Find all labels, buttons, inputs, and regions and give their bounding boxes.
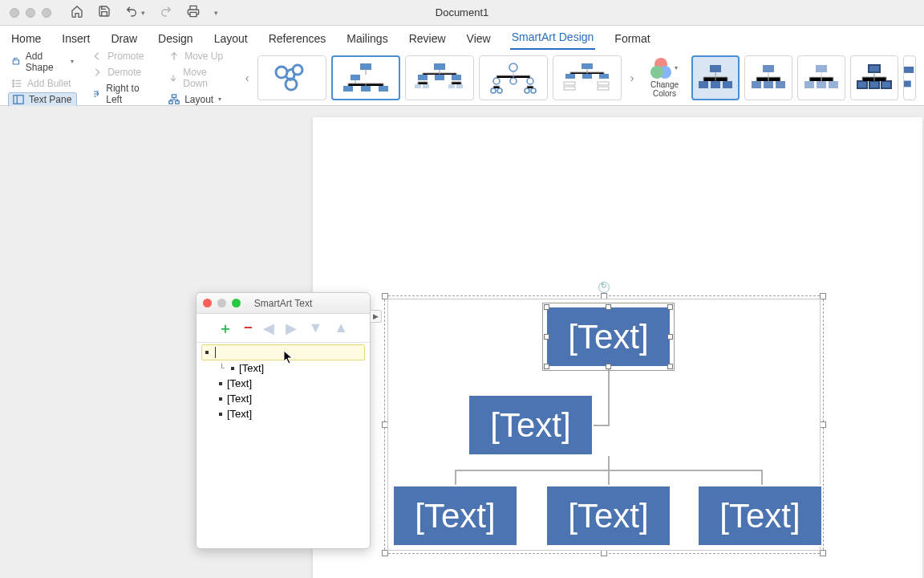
panel-item-2[interactable]: [Text] <box>201 376 365 391</box>
undo-icon[interactable] <box>125 5 138 21</box>
text-pane-toggle[interactable]: Text Pane <box>8 92 77 107</box>
smartart-container[interactable]: [Text] [Text] [Text] [Text] [Text] <box>387 299 821 551</box>
undo-chevron-icon[interactable]: ▾ <box>141 9 145 17</box>
titlebar: ▾ ▾ Document1 <box>0 0 924 26</box>
node-selection <box>542 303 675 371</box>
tab-draw[interactable]: Draw <box>109 29 139 50</box>
shape-handle[interactable] <box>606 304 611 310</box>
node-b1[interactable]: [Text] <box>392 485 518 547</box>
panel-item-text: [Text] <box>227 408 252 420</box>
svg-rect-55 <box>881 81 891 88</box>
tab-layout[interactable]: Layout <box>213 29 249 50</box>
node-b3[interactable]: [Text] <box>697 485 823 547</box>
style-option-3[interactable] <box>797 55 845 100</box>
panel-item-1[interactable]: └ [Text] <box>201 360 365 376</box>
panel-add-icon[interactable]: ＋ <box>218 319 233 338</box>
qat-more-icon[interactable]: ▾ <box>214 9 218 17</box>
shape-handle[interactable] <box>606 364 611 369</box>
tab-review[interactable]: Review <box>407 29 448 50</box>
connector <box>594 425 610 426</box>
panel-collapse-handle[interactable]: ▶ <box>371 310 382 323</box>
style-option-5[interactable] <box>903 55 916 100</box>
resize-handle-br[interactable] <box>820 550 826 556</box>
close-dot[interactable] <box>10 8 19 18</box>
home-icon[interactable] <box>71 5 83 21</box>
panel-item-3[interactable]: [Text] <box>201 391 365 406</box>
rotate-handle[interactable] <box>598 282 610 293</box>
layout-option-2[interactable] <box>331 55 400 100</box>
svg-point-29 <box>497 88 502 93</box>
resize-handle-bl[interactable] <box>382 550 388 556</box>
redo-icon[interactable] <box>160 5 172 21</box>
tab-mailings[interactable]: Mailings <box>345 29 389 50</box>
svg-rect-6 <box>169 100 172 104</box>
document-canvas[interactable]: SmartArt Text ＋ − ◀ ▶ ▼ ▲ └ [Text] [Text <box>0 106 924 578</box>
panel-item-4[interactable]: [Text] <box>201 406 365 421</box>
node-b2[interactable]: [Text] <box>545 485 671 547</box>
layout-option-3[interactable] <box>405 55 474 100</box>
layout-option-1[interactable] <box>257 55 326 100</box>
panel-item-0[interactable] <box>201 344 365 360</box>
gallery-prev[interactable]: ‹ <box>241 55 253 100</box>
svg-rect-12 <box>351 75 360 80</box>
panel-header[interactable]: SmartArt Text <box>197 293 370 314</box>
style-option-1[interactable] <box>691 55 740 100</box>
bullet-icon <box>205 351 209 354</box>
node-top[interactable]: [Text] <box>545 306 671 368</box>
svg-point-31 <box>531 88 536 93</box>
style-option-4[interactable] <box>850 55 898 100</box>
layout-option-5[interactable] <box>553 55 622 100</box>
demote-label: Demote <box>107 67 141 78</box>
resize-handle-tr[interactable] <box>820 293 826 299</box>
tab-insert[interactable]: Insert <box>60 29 91 50</box>
svg-rect-5 <box>172 94 176 97</box>
shape-handle[interactable] <box>667 364 673 369</box>
rtl-button[interactable]: Right to Left <box>88 81 154 107</box>
panel-zoom-dot[interactable] <box>232 299 241 307</box>
tab-home[interactable]: Home <box>10 29 43 50</box>
shape-handle[interactable] <box>544 364 549 369</box>
shape-handle[interactable] <box>544 304 549 310</box>
zoom-dot[interactable] <box>42 8 51 18</box>
connector <box>608 368 610 425</box>
layout-button[interactable]: Layout ▾ <box>165 92 230 107</box>
tab-format[interactable]: Format <box>613 29 651 50</box>
change-colors-button[interactable]: ▾ ChangeColors <box>650 58 679 98</box>
svg-rect-23 <box>456 84 463 88</box>
window-traffic-lights <box>10 8 51 18</box>
chevron-down-icon: ▾ <box>675 64 678 71</box>
panel-list: └ [Text] [Text] [Text] [Text] <box>197 343 370 423</box>
resize-handle-mr[interactable] <box>820 421 826 428</box>
tab-view[interactable]: View <box>465 29 492 50</box>
shape-handle[interactable] <box>544 334 549 340</box>
tab-design[interactable]: Design <box>156 29 195 50</box>
panel-demote-icon[interactable]: ▶ <box>286 320 297 337</box>
tab-references[interactable]: References <box>267 29 328 50</box>
shape-handle[interactable] <box>667 304 673 310</box>
promote-button: Promote <box>88 49 154 63</box>
style-option-2[interactable] <box>744 55 792 100</box>
tab-smartart-design[interactable]: SmartArt Design <box>510 27 596 50</box>
svg-rect-51 <box>829 81 838 88</box>
smartart-frame[interactable]: [Text] [Text] [Text] [Text] [Text] <box>384 295 824 554</box>
layout-option-4[interactable] <box>479 55 548 100</box>
panel-promote-icon[interactable]: ◀ <box>263 320 274 337</box>
bullet-icon <box>231 367 234 370</box>
panel-remove-icon[interactable]: − <box>244 320 253 336</box>
panel-up-icon[interactable]: ▲ <box>334 320 348 336</box>
add-shape-button[interactable]: Add Shape ▾ <box>8 49 77 75</box>
rtl-label: Right to Left <box>106 83 151 105</box>
gallery-next[interactable]: › <box>626 55 638 100</box>
panel-title: SmartArt Text <box>254 298 312 309</box>
print-icon[interactable] <box>187 5 200 21</box>
shape-handle[interactable] <box>667 334 673 340</box>
panel-down-icon[interactable]: ▼ <box>308 320 322 336</box>
svg-rect-0 <box>13 59 18 63</box>
save-icon[interactable] <box>98 5 111 21</box>
svg-rect-53 <box>857 81 867 88</box>
minimize-dot[interactable] <box>26 8 35 18</box>
node-mid[interactable]: [Text] <box>468 394 594 456</box>
resize-handle-bm[interactable] <box>601 550 607 556</box>
svg-rect-21 <box>423 84 429 88</box>
panel-close-dot[interactable] <box>203 299 212 307</box>
